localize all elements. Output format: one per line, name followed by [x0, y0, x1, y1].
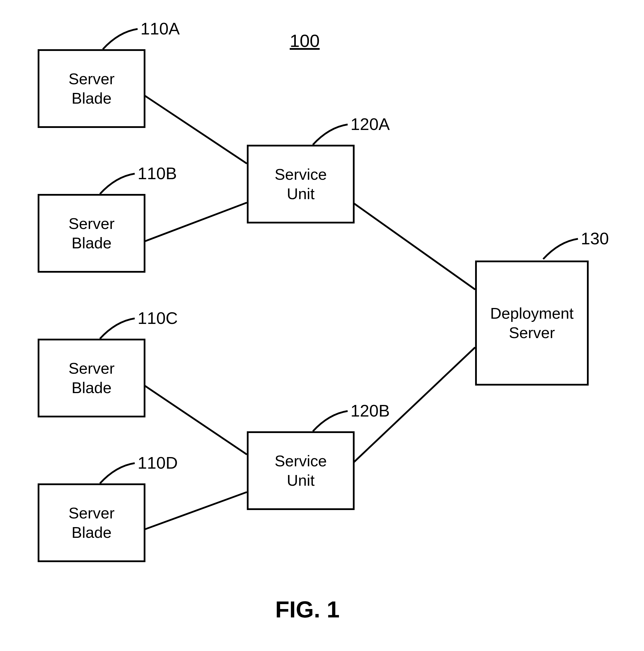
- figure-id: 100: [290, 30, 320, 51]
- callout-arc-110b: [98, 172, 136, 198]
- callout-arc-110d: [98, 462, 136, 488]
- callout-120b: 120B: [351, 401, 390, 420]
- server-blade-b: Server Blade: [38, 194, 145, 273]
- server-blade-a: Server Blade: [38, 49, 145, 128]
- svg-line-0: [144, 95, 247, 163]
- callout-arc-120b: [312, 410, 349, 436]
- service-unit-b: Service Unit: [247, 431, 355, 510]
- svg-line-1: [144, 203, 247, 242]
- server-blade-b-label: Server Blade: [68, 214, 114, 253]
- callout-130: 130: [581, 229, 609, 248]
- svg-line-4: [353, 203, 475, 289]
- callout-110d: 110D: [138, 453, 178, 472]
- callout-arc-110a: [101, 28, 139, 54]
- server-blade-d-label: Server Blade: [68, 503, 114, 542]
- deployment-server: Deployment Server: [475, 260, 589, 385]
- service-unit-b-label: Service Unit: [275, 451, 327, 490]
- callout-arc-120a: [312, 123, 349, 149]
- server-blade-c: Server Blade: [38, 339, 145, 417]
- diagram-canvas: Server Blade 110A Server Blade 110B Serv…: [0, 0, 644, 651]
- server-blade-d: Server Blade: [38, 484, 145, 562]
- server-blade-c-label: Server Blade: [68, 359, 114, 398]
- callout-120a: 120A: [351, 114, 390, 134]
- deployment-server-label: Deployment Server: [490, 304, 574, 343]
- service-unit-a-label: Service Unit: [275, 165, 327, 204]
- server-blade-a-label: Server Blade: [68, 69, 114, 108]
- callout-110c: 110C: [138, 308, 178, 328]
- svg-line-2: [144, 385, 247, 455]
- callout-110b: 110B: [138, 163, 177, 183]
- callout-arc-110c: [98, 317, 136, 343]
- figure-caption: FIG. 1: [275, 596, 340, 623]
- callout-110a: 110A: [141, 19, 180, 38]
- service-unit-a: Service Unit: [247, 145, 355, 223]
- callout-arc-130: [542, 237, 579, 264]
- svg-line-3: [144, 492, 247, 530]
